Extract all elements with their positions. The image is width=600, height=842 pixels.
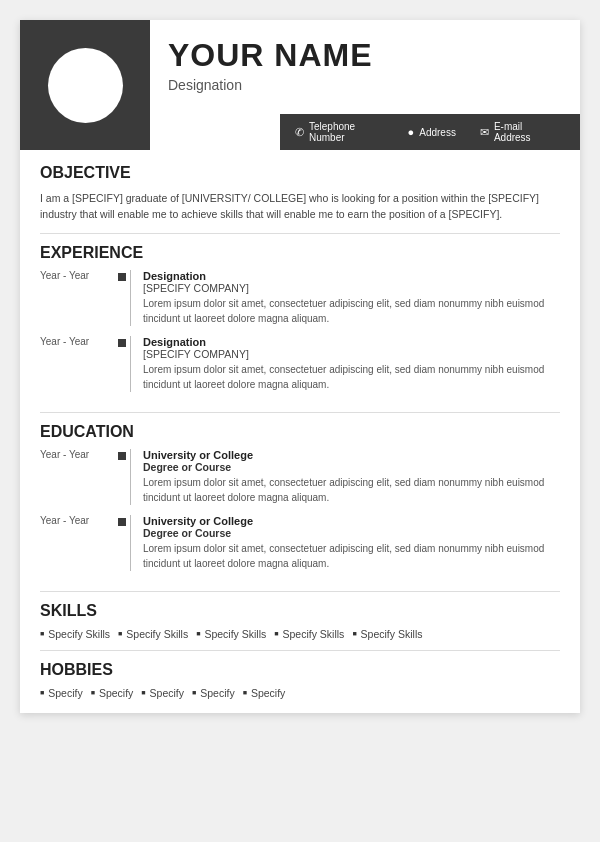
hobbies-list: SpecifySpecifySpecifySpecifySpecify (40, 687, 560, 699)
timeline-vert-line (130, 270, 131, 326)
edu-timeline-bullet (118, 452, 126, 460)
skills-title: SKILLS (40, 602, 560, 620)
main-content: OBJECTIVE I am a [SPECIFY] graduate of [… (20, 150, 580, 713)
timeline-bullet (118, 273, 126, 281)
edu-degree: Degree or Course (143, 461, 560, 473)
header-info: YOUR NAME Designation (150, 20, 580, 114)
resume-container: YOUR NAME Designation ✆ Telephone Number… (20, 20, 580, 713)
phone-icon: ✆ (295, 126, 304, 139)
hobbies-title: HOBBIES (40, 661, 560, 679)
skill-item: Specify Skills (266, 628, 344, 640)
divider-2 (40, 412, 560, 413)
edu-content: University or College Degree or Course L… (143, 449, 560, 505)
education-item: Year - Year University or College Degree… (40, 449, 560, 505)
hobby-item: Specify (83, 687, 134, 699)
header-section: YOUR NAME Designation ✆ Telephone Number… (20, 20, 580, 150)
edu-year-col: Year - Year (40, 515, 130, 571)
exp-year: Year - Year (40, 270, 118, 281)
exp-desc: Lorem ipsum dolor sit amet, consectetuer… (143, 296, 560, 326)
edu-year-col: Year - Year (40, 449, 130, 505)
objective-title: OBJECTIVE (40, 164, 560, 182)
exp-title: Designation (143, 270, 560, 282)
exp-company: [SPECIFY COMPANY] (143, 348, 560, 360)
exp-year: Year - Year (40, 336, 118, 347)
timeline-bullet (118, 339, 126, 347)
skill-item: Specify Skills (188, 628, 266, 640)
edu-content: University or College Degree or Course L… (143, 515, 560, 571)
edu-timeline-vert-line (130, 449, 131, 505)
exp-company: [SPECIFY COMPANY] (143, 282, 560, 294)
skill-item: Specify Skills (344, 628, 422, 640)
education-title: EDUCATION (40, 423, 560, 441)
experience-item: Year - Year Designation [SPECIFY COMPANY… (40, 270, 560, 326)
email-icon: ✉ (480, 126, 489, 139)
contact-address: ● Address (396, 126, 468, 138)
timeline-vert-line (130, 336, 131, 392)
hobby-item: Specify (235, 687, 286, 699)
exp-content: Designation [SPECIFY COMPANY] Lorem ipsu… (143, 336, 560, 392)
objective-section: OBJECTIVE I am a [SPECIFY] graduate of [… (40, 164, 560, 223)
contact-phone: ✆ Telephone Number (295, 121, 396, 143)
exp-title: Designation (143, 336, 560, 348)
email-label: E-mail Address (494, 121, 553, 143)
exp-year-col: Year - Year (40, 270, 130, 326)
skills-list: Specify SkillsSpecify SkillsSpecify Skil… (40, 628, 560, 640)
divider-3 (40, 591, 560, 592)
photo-section (20, 20, 150, 150)
skill-item: Specify Skills (110, 628, 188, 640)
objective-text: I am a [SPECIFY] graduate of [UNIVERSITY… (40, 190, 560, 223)
address-label: Address (419, 127, 456, 138)
location-icon: ● (408, 126, 415, 138)
experience-section: EXPERIENCE Year - Year Designation [SPEC… (40, 244, 560, 402)
education-list: Year - Year University or College Degree… (40, 449, 560, 581)
education-section: EDUCATION Year - Year University or Coll… (40, 423, 560, 581)
hobby-item: Specify (133, 687, 184, 699)
skills-section: SKILLS Specify SkillsSpecify SkillsSpeci… (40, 602, 560, 640)
exp-desc: Lorem ipsum dolor sit amet, consectetuer… (143, 362, 560, 392)
edu-desc: Lorem ipsum dolor sit amet, consectetuer… (143, 541, 560, 571)
edu-uni: University or College (143, 449, 560, 461)
exp-content: Designation [SPECIFY COMPANY] Lorem ipsu… (143, 270, 560, 326)
avatar (48, 48, 123, 123)
hobbies-section: HOBBIES SpecifySpecifySpecifySpecifySpec… (40, 661, 560, 699)
edu-degree: Degree or Course (143, 527, 560, 539)
header-designation: Designation (168, 77, 565, 93)
skill-item: Specify Skills (40, 628, 110, 640)
resume-name: YOUR NAME (168, 38, 565, 73)
experience-list: Year - Year Designation [SPECIFY COMPANY… (40, 270, 560, 402)
divider-4 (40, 650, 560, 651)
exp-year-col: Year - Year (40, 336, 130, 392)
edu-year: Year - Year (40, 449, 118, 460)
hobby-item: Specify (184, 687, 235, 699)
contact-bar: ✆ Telephone Number ● Address ✉ E-mail Ad… (280, 114, 580, 150)
edu-uni: University or College (143, 515, 560, 527)
edu-desc: Lorem ipsum dolor sit amet, consectetuer… (143, 475, 560, 505)
contact-email: ✉ E-mail Address (468, 121, 565, 143)
experience-title: EXPERIENCE (40, 244, 560, 262)
phone-label: Telephone Number (309, 121, 384, 143)
divider-1 (40, 233, 560, 234)
hobby-item: Specify (40, 687, 83, 699)
experience-item: Year - Year Designation [SPECIFY COMPANY… (40, 336, 560, 392)
education-item: Year - Year University or College Degree… (40, 515, 560, 571)
edu-year: Year - Year (40, 515, 118, 526)
edu-timeline-bullet (118, 518, 126, 526)
edu-timeline-vert-line (130, 515, 131, 571)
